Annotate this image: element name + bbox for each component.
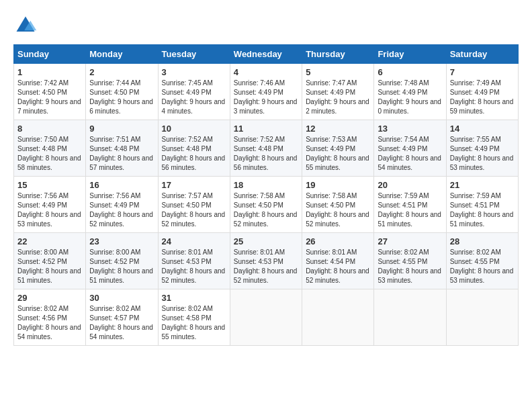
daylight-label: Daylight: 8 hours and 51 minutes. (17, 267, 81, 284)
calendar-cell: 29 Sunrise: 8:02 AM Sunset: 4:56 PM Dayl… (14, 289, 86, 346)
calendar-cell: 14 Sunrise: 7:55 AM Sunset: 4:49 PM Dayl… (446, 120, 518, 177)
day-info: Sunrise: 7:48 AM Sunset: 4:49 PM Dayligh… (378, 79, 442, 116)
sunrise-label: Sunrise: 7:52 AM (234, 136, 285, 143)
sunset-label: Sunset: 4:49 PM (306, 89, 355, 96)
calendar-cell: 16 Sunrise: 7:56 AM Sunset: 4:49 PM Dayl… (86, 177, 158, 233)
daylight-label: Daylight: 8 hours and 54 minutes. (89, 324, 153, 340)
day-info: Sunrise: 7:55 AM Sunset: 4:49 PM Dayligh… (450, 135, 515, 173)
daylight-label: Daylight: 8 hours and 54 minutes. (17, 324, 81, 340)
day-number: 16 (89, 180, 154, 190)
sunset-label: Sunset: 4:49 PM (450, 145, 500, 152)
sunrise-label: Sunrise: 7:54 AM (378, 136, 429, 143)
calendar-cell: 9 Sunrise: 7:51 AM Sunset: 4:48 PM Dayli… (86, 120, 158, 177)
day-number: 30 (89, 293, 154, 303)
day-number: 7 (450, 67, 515, 77)
calendar-cell (302, 289, 374, 346)
sunrise-label: Sunrise: 8:02 AM (378, 248, 429, 256)
daylight-label: Daylight: 8 hours and 52 minutes. (234, 211, 298, 228)
sunrise-label: Sunrise: 7:45 AM (162, 79, 213, 87)
weekday-header-friday: Friday (374, 45, 446, 64)
sunrise-label: Sunrise: 8:01 AM (162, 248, 213, 256)
sunset-label: Sunset: 4:50 PM (89, 89, 139, 96)
sunrise-label: Sunrise: 8:02 AM (162, 305, 213, 312)
day-info: Sunrise: 7:59 AM Sunset: 4:51 PM Dayligh… (450, 191, 515, 229)
sunset-label: Sunset: 4:51 PM (450, 201, 500, 209)
day-number: 10 (162, 124, 226, 134)
day-number: 19 (306, 180, 370, 190)
sunrise-label: Sunrise: 8:01 AM (234, 248, 285, 256)
sunrise-label: Sunrise: 7:53 AM (306, 136, 357, 143)
calendar-body: 1 Sunrise: 7:42 AM Sunset: 4:50 PM Dayli… (14, 64, 519, 346)
daylight-label: Daylight: 9 hours and 2 minutes. (306, 98, 369, 115)
calendar-cell (374, 289, 446, 346)
daylight-label: Daylight: 8 hours and 51 minutes. (89, 267, 153, 284)
sunset-label: Sunset: 4:49 PM (450, 89, 500, 96)
day-number: 26 (306, 236, 370, 246)
calendar-table: SundayMondayTuesdayWednesdayThursdayFrid… (13, 44, 519, 346)
day-info: Sunrise: 8:01 AM Sunset: 4:53 PM Dayligh… (162, 248, 226, 285)
sunset-label: Sunset: 4:50 PM (162, 201, 212, 209)
calendar-cell: 15 Sunrise: 7:56 AM Sunset: 4:49 PM Dayl… (14, 177, 86, 233)
daylight-label: Daylight: 8 hours and 51 minutes. (450, 211, 514, 228)
day-info: Sunrise: 7:56 AM Sunset: 4:49 PM Dayligh… (17, 191, 82, 229)
daylight-label: Daylight: 8 hours and 53 minutes. (17, 211, 81, 228)
sunrise-label: Sunrise: 8:02 AM (450, 248, 501, 256)
day-number: 31 (162, 293, 226, 303)
sunrise-label: Sunrise: 8:02 AM (17, 305, 69, 312)
sunset-label: Sunset: 4:54 PM (306, 258, 355, 265)
day-number: 12 (306, 124, 370, 134)
sunset-label: Sunset: 4:49 PM (89, 201, 139, 209)
sunset-label: Sunset: 4:57 PM (89, 314, 139, 322)
day-number: 5 (306, 67, 370, 77)
sunset-label: Sunset: 4:49 PM (378, 145, 427, 152)
logo (13, 13, 42, 38)
daylight-label: Daylight: 9 hours and 0 minutes. (378, 98, 441, 115)
daylight-label: Daylight: 9 hours and 4 minutes. (162, 98, 226, 115)
calendar-week-5: 29 Sunrise: 8:02 AM Sunset: 4:56 PM Dayl… (14, 289, 519, 346)
sunrise-label: Sunrise: 7:49 AM (450, 79, 501, 87)
daylight-label: Daylight: 8 hours and 53 minutes. (450, 154, 514, 171)
daylight-label: Daylight: 8 hours and 56 minutes. (162, 154, 226, 171)
day-info: Sunrise: 7:46 AM Sunset: 4:49 PM Dayligh… (234, 79, 298, 116)
day-number: 3 (162, 67, 226, 77)
calendar-header-row: SundayMondayTuesdayWednesdayThursdayFrid… (14, 45, 519, 64)
calendar-cell (230, 289, 302, 346)
daylight-label: Daylight: 9 hours and 3 minutes. (234, 98, 298, 115)
daylight-label: Daylight: 8 hours and 56 minutes. (234, 154, 298, 171)
day-number: 27 (378, 236, 442, 246)
calendar-cell: 11 Sunrise: 7:52 AM Sunset: 4:48 PM Dayl… (230, 120, 302, 177)
sunrise-label: Sunrise: 7:47 AM (306, 79, 357, 87)
calendar-cell: 17 Sunrise: 7:57 AM Sunset: 4:50 PM Dayl… (158, 177, 230, 233)
day-info: Sunrise: 7:53 AM Sunset: 4:49 PM Dayligh… (306, 135, 370, 173)
day-number: 1 (17, 67, 82, 77)
sunset-label: Sunset: 4:53 PM (234, 258, 283, 265)
sunset-label: Sunset: 4:48 PM (89, 145, 139, 152)
day-number: 13 (378, 124, 442, 134)
calendar-week-3: 15 Sunrise: 7:56 AM Sunset: 4:49 PM Dayl… (14, 177, 519, 233)
sunset-label: Sunset: 4:55 PM (378, 258, 427, 265)
sunset-label: Sunset: 4:52 PM (17, 258, 67, 265)
sunrise-label: Sunrise: 7:58 AM (234, 192, 285, 199)
calendar-cell: 6 Sunrise: 7:48 AM Sunset: 4:49 PM Dayli… (374, 64, 446, 120)
daylight-label: Daylight: 9 hours and 6 minutes. (89, 98, 153, 115)
day-info: Sunrise: 8:00 AM Sunset: 4:52 PM Dayligh… (17, 248, 82, 285)
daylight-label: Daylight: 8 hours and 52 minutes. (306, 267, 369, 284)
day-number: 2 (89, 67, 154, 77)
daylight-label: Daylight: 8 hours and 51 minutes. (378, 211, 441, 228)
daylight-label: Daylight: 8 hours and 55 minutes. (306, 154, 369, 171)
sunrise-label: Sunrise: 7:55 AM (450, 136, 501, 143)
sunset-label: Sunset: 4:48 PM (17, 145, 67, 152)
daylight-label: Daylight: 8 hours and 52 minutes. (162, 211, 226, 228)
calendar-week-4: 22 Sunrise: 8:00 AM Sunset: 4:52 PM Dayl… (14, 233, 519, 289)
day-info: Sunrise: 8:02 AM Sunset: 4:57 PM Dayligh… (89, 304, 154, 342)
sunset-label: Sunset: 4:56 PM (17, 314, 67, 322)
day-number: 9 (89, 124, 154, 134)
daylight-label: Daylight: 8 hours and 52 minutes. (306, 211, 369, 228)
day-info: Sunrise: 7:52 AM Sunset: 4:48 PM Dayligh… (162, 135, 226, 173)
day-number: 17 (162, 180, 226, 190)
weekday-header-saturday: Saturday (446, 45, 518, 64)
weekday-header-thursday: Thursday (302, 45, 374, 64)
day-number: 6 (378, 67, 442, 77)
sunset-label: Sunset: 4:50 PM (234, 201, 283, 209)
daylight-label: Daylight: 8 hours and 53 minutes. (450, 267, 514, 284)
